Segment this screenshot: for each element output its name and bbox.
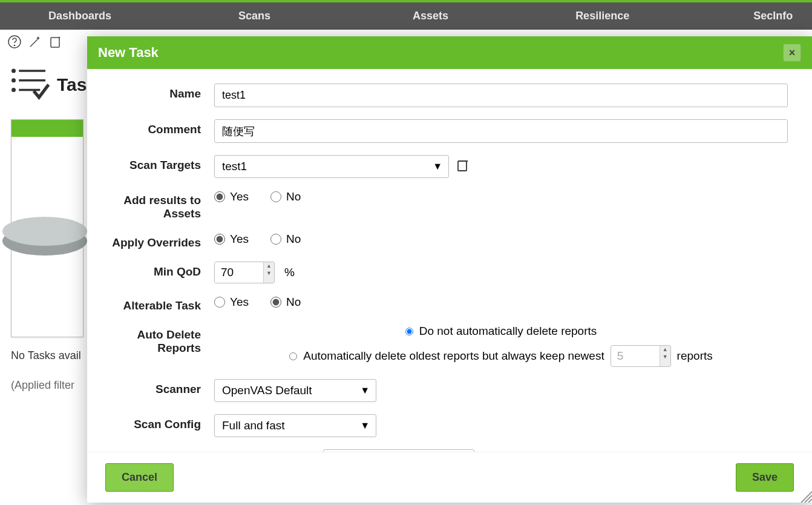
dialog-title: New Task <box>98 45 159 61</box>
scanner-value: OpenVAS Default <box>222 384 312 397</box>
name-input[interactable] <box>214 84 788 107</box>
cancel-button[interactable]: Cancel <box>105 463 174 492</box>
label-add-results: Add results to Assets <box>99 190 214 220</box>
chevron-down-icon: ▼ <box>360 385 370 396</box>
help-icon[interactable] <box>7 35 22 51</box>
chevron-down-icon: ▼ <box>433 161 442 172</box>
tasks-icon <box>7 62 50 107</box>
svg-line-13 <box>805 495 812 503</box>
svg-line-14 <box>808 499 812 503</box>
new-target-icon[interactable] <box>456 158 471 176</box>
svg-point-5 <box>13 79 15 82</box>
page-title: Tas <box>57 74 87 95</box>
keep-newest-up[interactable]: ▲ <box>660 346 670 353</box>
nav-secinfo[interactable]: SecInfo <box>729 10 812 22</box>
close-button[interactable]: × <box>783 44 801 62</box>
dashboard-card <box>11 119 83 337</box>
empty-chart-icon <box>0 205 90 268</box>
resize-grip[interactable] <box>797 488 812 503</box>
scan-targets-select[interactable]: test1 ▼ <box>214 155 449 178</box>
nav-resilience[interactable]: Resilience <box>551 10 653 22</box>
auto-delete-yes[interactable]: Automatically delete oldest reports but … <box>289 349 604 363</box>
nav-dashboards[interactable]: Dashboards <box>24 10 136 22</box>
add-results-yes[interactable]: Yes <box>214 190 249 203</box>
comment-input[interactable] <box>214 119 788 143</box>
save-button[interactable]: Save <box>736 463 794 492</box>
scan-config-select[interactable]: Full and fast ▼ <box>214 414 376 437</box>
alterable-yes[interactable]: Yes <box>214 295 249 309</box>
min-qod-up[interactable]: ▲ <box>264 262 274 269</box>
label-apply-overrides: Apply Overrides <box>99 233 214 249</box>
label-scanner: Scanner <box>99 379 214 396</box>
percent-label: % <box>284 266 295 279</box>
chevron-down-icon: ▼ <box>360 420 370 431</box>
new-task-dialog: New Task × Name Comment Scan Targets tes… <box>87 36 812 503</box>
svg-rect-2 <box>51 38 59 47</box>
svg-point-1 <box>14 45 15 45</box>
add-results-no[interactable]: No <box>270 190 301 203</box>
min-qod-input[interactable] <box>215 262 263 283</box>
label-alterable: Alterable Task <box>99 295 214 312</box>
reports-suffix: reports <box>677 349 713 363</box>
label-scan-config: Scan Config <box>99 414 214 431</box>
svg-point-3 <box>13 70 15 72</box>
apply-overrides-no[interactable]: No <box>270 233 301 246</box>
label-name: Name <box>99 84 214 101</box>
main-nav: Dashboards Scans Assets Resilience SecIn… <box>0 2 812 30</box>
min-qod-down[interactable]: ▼ <box>264 269 274 277</box>
alterable-no[interactable]: No <box>270 295 301 309</box>
label-comment: Comment <box>99 119 214 136</box>
nav-scans[interactable]: Scans <box>214 10 295 22</box>
label-scan-targets: Scan Targets <box>99 155 214 172</box>
nav-assets[interactable]: Assets <box>388 10 473 22</box>
dialog-body[interactable]: Name Comment Scan Targets test1 ▼ <box>87 69 812 452</box>
apply-overrides-yes[interactable]: Yes <box>214 233 249 246</box>
keep-newest-input[interactable] <box>611 346 660 366</box>
label-auto-delete: Auto Delete Reports <box>99 325 214 355</box>
wizard-icon[interactable] <box>28 35 42 51</box>
scan-targets-value: test1 <box>222 160 247 173</box>
label-min-qod: Min QoD <box>99 262 214 279</box>
keep-newest-down[interactable]: ▼ <box>660 353 670 360</box>
auto-delete-no[interactable]: Do not automatically delete reports <box>405 325 597 338</box>
svg-point-10 <box>2 217 87 246</box>
svg-rect-11 <box>458 161 467 171</box>
scanner-select[interactable]: OpenVAS Default ▼ <box>214 379 376 402</box>
svg-point-7 <box>13 89 15 91</box>
scan-config-value: Full and fast <box>222 419 285 432</box>
new-task-icon[interactable] <box>48 35 63 51</box>
